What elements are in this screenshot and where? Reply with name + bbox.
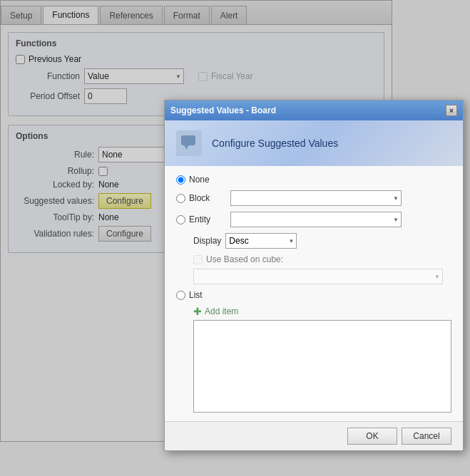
add-item-row: ✚ Add item	[193, 306, 451, 317]
use-based-checkbox[interactable]	[193, 255, 203, 264]
none-radio[interactable]	[176, 175, 185, 185]
dialog-title: Suggested Values - Board	[170, 105, 276, 115]
add-item-label[interactable]: Add item	[205, 306, 238, 316]
based-select-row	[193, 269, 451, 284]
display-select[interactable]: Desc	[225, 233, 297, 249]
svg-rect-0	[181, 135, 195, 145]
based-select-wrapper	[193, 269, 443, 284]
list-radio-row: List	[176, 290, 451, 300]
entity-select[interactable]	[230, 212, 402, 227]
entity-select-wrapper	[230, 212, 402, 227]
display-row: Display Desc	[193, 233, 451, 249]
entity-radio-row: Entity	[176, 212, 451, 227]
add-icon: ✚	[193, 306, 202, 317]
none-radio-row: None	[176, 175, 451, 185]
dialog: Suggested Values - Board × Configure Sug…	[164, 100, 464, 451]
dialog-header-title: Configure Suggested Values	[212, 138, 338, 149]
block-select[interactable]	[230, 190, 402, 206]
dialog-close-button[interactable]: ×	[446, 105, 457, 116]
entity-label: Entity	[189, 214, 225, 224]
cancel-button[interactable]: Cancel	[402, 428, 451, 445]
block-radio-row: Block	[176, 190, 451, 206]
list-radio[interactable]	[176, 291, 185, 300]
list-label: List	[189, 290, 203, 300]
svg-marker-1	[184, 145, 188, 150]
block-label: Block	[189, 193, 225, 203]
dialog-footer: OK Cancel	[165, 421, 463, 450]
display-select-wrapper: Desc	[225, 233, 297, 249]
dialog-header: Configure Suggested Values	[165, 120, 463, 166]
entity-radio[interactable]	[176, 215, 185, 224]
dialog-body: None Block Entity Display	[165, 166, 463, 421]
dialog-header-icon	[176, 130, 202, 156]
display-label: Display	[193, 236, 221, 246]
dialog-titlebar: Suggested Values - Board ×	[165, 100, 463, 120]
none-label: None	[189, 175, 210, 185]
list-box[interactable]	[193, 320, 451, 413]
block-radio[interactable]	[176, 194, 185, 203]
use-based-label: Use Based on cube:	[206, 254, 283, 264]
ok-button[interactable]: OK	[347, 428, 397, 445]
configure-icon	[180, 134, 198, 152]
use-based-row: Use Based on cube:	[193, 254, 451, 264]
block-select-wrapper	[230, 190, 402, 206]
based-select[interactable]	[193, 269, 443, 284]
